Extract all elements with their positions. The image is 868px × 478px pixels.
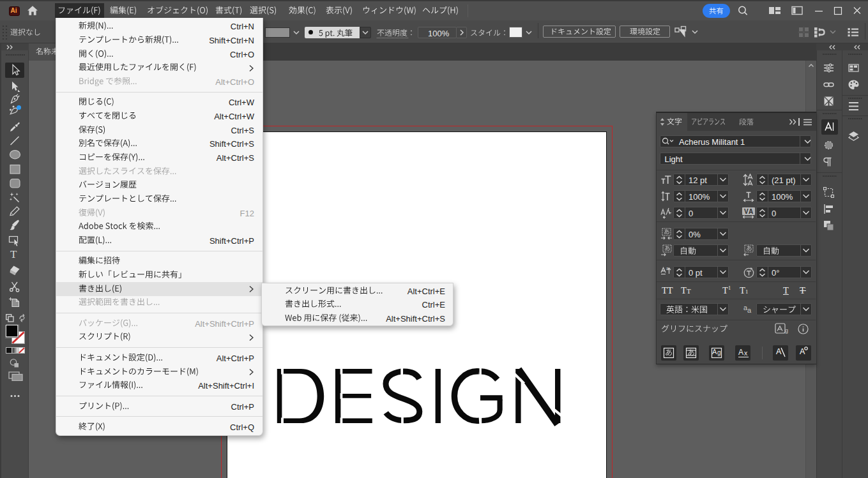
svg-text:a: a [666, 267, 669, 271]
svg-text:g: g [785, 327, 788, 334]
